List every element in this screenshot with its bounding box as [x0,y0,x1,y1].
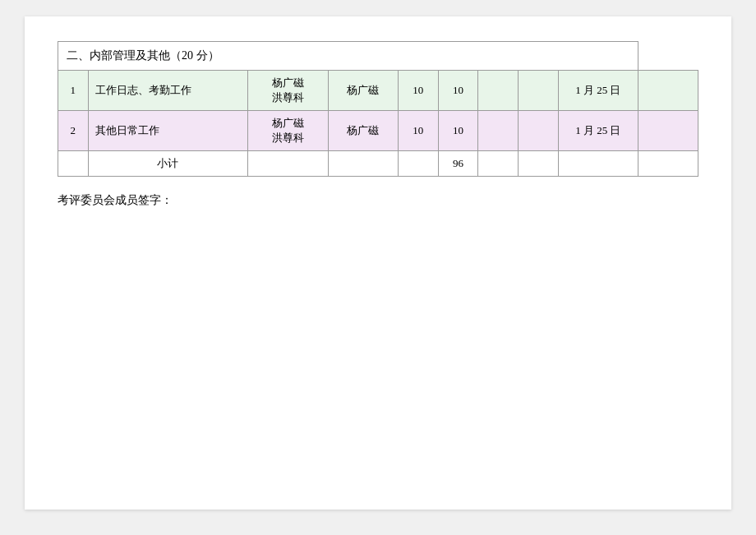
subtotal-empty5 [478,151,519,177]
col7-cell [518,71,558,111]
subtotal-value: 96 [438,151,478,177]
score2-cell: 10 [438,111,478,151]
evaluator1-cell: 杨广磁 洪尊科 [248,111,328,151]
evaluator2-cell: 杨广磁 [328,71,398,111]
col9-cell [638,71,698,111]
subtotal-empty7 [558,151,638,177]
col9-cell [638,111,698,151]
table-row: 1 工作日志、考勤工作 杨广磁 洪尊科 杨广磁 10 10 1 月 25 日 [58,71,698,111]
subtotal-empty3 [328,151,398,177]
section-title-row: 二、内部管理及其他（20 分） [58,42,698,71]
col6-cell [478,71,519,111]
subtotal-row: 小计 96 [58,151,698,177]
subtotal-empty2 [248,151,328,177]
page-container: 二、内部管理及其他（20 分） 1 工作日志、考勤工作 杨广磁 洪尊科 杨广磁 … [25,16,731,510]
signature-line: 考评委员会成员签字： [58,193,698,208]
subtotal-empty8 [638,151,698,177]
main-table: 二、内部管理及其他（20 分） 1 工作日志、考勤工作 杨广磁 洪尊科 杨广磁 … [58,41,698,177]
section-title-cell: 二、内部管理及其他（20 分） [58,42,638,71]
col7-cell [518,111,558,151]
table-row: 2 其他日常工作 杨广磁 洪尊科 杨广磁 10 10 1 月 25 日 [58,111,698,151]
row-index: 1 [58,71,89,111]
subtotal-empty1 [58,151,89,177]
score2-cell: 10 [438,71,478,111]
date-cell: 1 月 25 日 [558,71,638,111]
subtotal-empty6 [518,151,558,177]
row-index: 2 [58,111,89,151]
subtotal-label: 小计 [88,151,248,177]
subtotal-empty4 [398,151,438,177]
task-cell: 其他日常工作 [88,111,248,151]
score1-cell: 10 [398,71,438,111]
col6-cell [478,111,519,151]
evaluator1-cell: 杨广磁 洪尊科 [248,71,328,111]
task-cell: 工作日志、考勤工作 [88,71,248,111]
score1-cell: 10 [398,111,438,151]
date-cell: 1 月 25 日 [558,111,638,151]
evaluator2-cell: 杨广磁 [328,111,398,151]
